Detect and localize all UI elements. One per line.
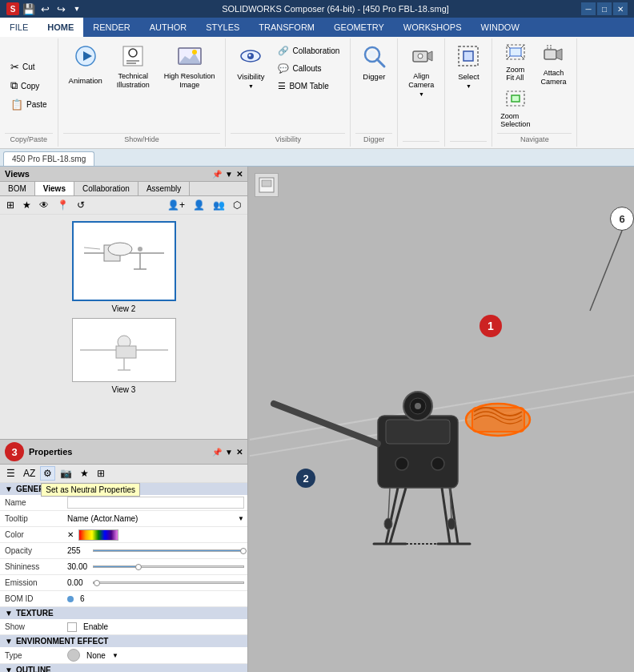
high-res-button[interactable]: High ResolutionImage — [158, 40, 221, 93]
views-panel-title: Views — [5, 169, 30, 179]
props-star-icon[interactable]: ★ — [77, 466, 92, 481]
props-value-name[interactable] — [64, 495, 247, 510]
toolbar-star-icon[interactable]: ★ — [19, 198, 34, 212]
collaboration-button[interactable]: 🔗 Collaboration — [272, 43, 345, 58]
props-section-outline[interactable]: ▼ OUTLINE — [0, 664, 247, 672]
toolbar-add-user-icon[interactable]: 👤+ — [164, 198, 188, 212]
props-table-icon[interactable]: ⊞ — [94, 466, 108, 481]
pin-icon[interactable]: 📌 — [212, 170, 222, 179]
canvas-thumbnail-icon[interactable] — [255, 173, 279, 197]
toolbar-user-icon[interactable]: 👤 — [190, 198, 208, 212]
minimize-button[interactable]: ─ — [581, 2, 596, 15]
view-thumb-2[interactable]: View 2 — [3, 221, 244, 313]
copy-icon: ⧉ — [10, 79, 18, 92]
svg-marker-16 — [427, 51, 432, 61]
align-camera-button[interactable]: AlignCamera ▼ — [403, 40, 439, 101]
close-panel-icon[interactable]: ✕ — [236, 170, 243, 179]
props-arrow-icon[interactable]: ▼ — [225, 448, 233, 457]
save-icon[interactable]: 💾 — [22, 2, 35, 15]
select-button[interactable]: Select ▼ — [450, 40, 487, 93]
env-type-arrow[interactable]: ▼ — [112, 652, 118, 659]
toolbar-pin-icon[interactable]: 📍 — [54, 198, 72, 212]
menu-geometry[interactable]: GEOMETRY — [324, 18, 394, 37]
toolbar-group-icon[interactable]: ⬡ — [230, 198, 244, 212]
props-section-general[interactable]: ▼ GENERAL — [0, 483, 247, 495]
digger-button[interactable]: Digger — [355, 40, 392, 85]
shininess-slider-handle[interactable] — [135, 564, 142, 570]
toolbar-grid-icon[interactable]: ⊞ — [3, 198, 18, 212]
props-value-show[interactable]: Enable — [64, 621, 247, 634]
props-section-texture[interactable]: ▼ TEXTURE — [0, 607, 247, 619]
svg-rect-21 — [510, 48, 521, 56]
animation-button[interactable]: Animation — [63, 40, 108, 88]
menu-home[interactable]: HOME — [38, 18, 83, 37]
svg-rect-28 — [544, 50, 556, 59]
zoom-fit-button[interactable]: ZoomFit All — [497, 40, 533, 85]
toolbar-eye-icon[interactable]: 👁 — [36, 198, 52, 212]
zoom-fit-label: ZoomFit All — [506, 66, 524, 82]
more-icon[interactable]: ▼ — [70, 2, 83, 15]
props-close-icon[interactable]: ✕ — [236, 448, 243, 457]
props-value-tooltip[interactable]: Name (Actor.Name) ▼ — [64, 513, 247, 525]
copy-button[interactable]: ⧉ Copy — [5, 77, 45, 95]
redo-icon[interactable]: ↪ — [54, 2, 67, 15]
props-list-icon[interactable]: ☰ — [3, 466, 18, 481]
props-az-icon[interactable]: AZ — [20, 466, 38, 481]
props-value-shininess[interactable]: 30.00 — [64, 561, 247, 573]
shininess-slider-fill — [94, 566, 138, 567]
toolbar-refresh-icon[interactable]: ↺ — [74, 198, 88, 212]
tab-assembly[interactable]: Assembly — [138, 182, 190, 195]
color-x-icon: ✕ — [67, 530, 74, 539]
titlebar-controls: ─ □ ✕ — [581, 2, 628, 15]
tab-bom[interactable]: BOM — [0, 182, 35, 195]
props-label-show: Show — [0, 621, 64, 633]
color-swatch[interactable] — [78, 529, 118, 541]
props-value-opacity[interactable]: 255 — [64, 545, 247, 557]
props-value-color[interactable]: ✕ — [64, 528, 247, 542]
tab-model[interactable]: 450 Pro FBL-18.smg — [3, 151, 94, 166]
props-value-type[interactable]: None ▼ — [64, 647, 247, 663]
props-value-emission[interactable]: 0.00 — [64, 577, 247, 589]
views-content: View 2 View 3 — [0, 215, 247, 439]
tooltip-dropdown-arrow[interactable]: ▼ — [238, 515, 244, 522]
tab-collaboration[interactable]: Collaboration — [74, 182, 138, 195]
cut-button[interactable]: ✂ Cut — [5, 58, 41, 75]
menu-workshops[interactable]: WORKSHOPS — [394, 18, 471, 37]
callouts-label: Callouts — [292, 64, 321, 73]
view-thumb-3[interactable]: View 3 — [3, 318, 244, 394]
props-pin-icon[interactable]: 📌 — [212, 448, 222, 457]
menu-window[interactable]: WINDOW — [471, 18, 529, 37]
maximize-button[interactable]: □ — [597, 2, 612, 15]
name-input[interactable] — [67, 497, 244, 509]
close-button[interactable]: ✕ — [613, 2, 628, 15]
visibility-button[interactable]: Visibility ▼ — [231, 40, 271, 93]
menu-styles[interactable]: STYLES — [196, 18, 249, 37]
enable-checkbox[interactable] — [67, 622, 77, 632]
menu-file[interactable]: FILE — [0, 18, 38, 37]
panel-settings-icon[interactable]: ▼ — [225, 170, 233, 179]
callouts-button[interactable]: 💬 Callouts — [272, 61, 345, 76]
opacity-slider-handle[interactable] — [240, 548, 247, 554]
canvas-area[interactable]: 1 6 2 — [248, 167, 634, 672]
bom-table-button[interactable]: ☰ BOM Table — [272, 78, 345, 94]
toolbar-users-icon[interactable]: 👥 — [210, 198, 228, 212]
emission-slider-track[interactable] — [93, 581, 244, 584]
emission-slider-handle[interactable] — [94, 580, 100, 586]
tab-views[interactable]: Views — [35, 182, 74, 195]
props-filter-icon[interactable]: ⚙ Set as Neutral Properties — [40, 466, 55, 481]
tech-illus-button[interactable]: TechnicalIllustration — [111, 40, 155, 93]
menu-render[interactable]: RENDER — [83, 18, 139, 37]
bom-table-label: BOM Table — [289, 82, 328, 91]
opacity-slider-track[interactable] — [93, 549, 244, 552]
undo-icon[interactable]: ↩ — [38, 2, 51, 15]
zoom-selection-button[interactable]: ZoomSelection — [497, 87, 533, 131]
attach-camera-button[interactable]: AttachCamera — [535, 40, 572, 90]
panel-header-left: Views — [5, 169, 30, 179]
props-section-environment[interactable]: ▼ ENVIRONMENT EFFECT — [0, 635, 247, 647]
menu-transform[interactable]: TRANSFORM — [249, 18, 324, 37]
props-camera-icon[interactable]: 📷 — [57, 466, 75, 481]
tech-illus-icon — [120, 43, 146, 70]
menu-author[interactable]: AUTHOR — [140, 18, 196, 37]
paste-button[interactable]: 📋 Paste — [5, 96, 53, 113]
shininess-slider-track[interactable] — [93, 565, 244, 568]
